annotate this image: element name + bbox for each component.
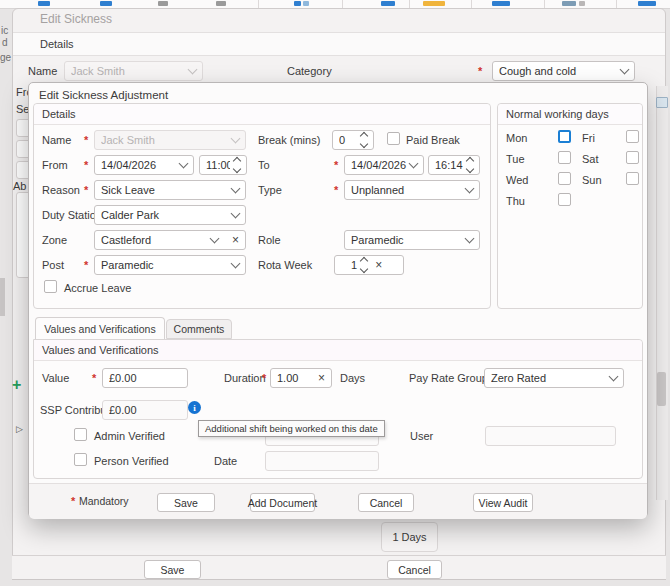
- toolbar-separator: [409, 0, 410, 8]
- pay-rate-group-combo[interactable]: Zero Rated: [484, 368, 624, 388]
- toolbar-icon-fragment[interactable]: [38, 1, 50, 6]
- zone-combo[interactable]: Castleford ×: [94, 230, 246, 250]
- toolbar-icon-fragment[interactable]: [492, 1, 510, 6]
- from-time-spinner[interactable]: 11:00: [199, 155, 247, 175]
- day-checkbox-mon[interactable]: [558, 130, 571, 143]
- working-days-header-text: Normal working days: [506, 108, 609, 120]
- spin-down-icon[interactable]: [233, 165, 241, 173]
- day-label-sun: Sun: [582, 174, 602, 187]
- chevron-down-icon: [231, 134, 241, 144]
- scrollbar-fragment[interactable]: [0, 278, 5, 316]
- clear-icon[interactable]: ×: [375, 260, 382, 270]
- to-date-combo[interactable]: 14/04/2026: [344, 155, 424, 175]
- spin-down-icon[interactable]: [360, 265, 368, 273]
- day-checkbox-sun[interactable]: [626, 172, 639, 185]
- chevron-down-icon: [465, 184, 475, 194]
- break-spinner[interactable]: 0: [332, 130, 374, 150]
- ssp-contribution-input[interactable]: £0.00: [102, 400, 188, 420]
- duration-unit-label: Days: [340, 372, 365, 385]
- cut-text-fragment: d: [2, 37, 8, 48]
- value-input[interactable]: £0.00: [102, 368, 188, 388]
- from-time-value: 11:00: [206, 159, 230, 171]
- type-combo[interactable]: Unplanned: [344, 180, 480, 200]
- role-label: Role: [258, 234, 281, 247]
- save-button[interactable]: Save: [144, 560, 201, 579]
- duration-value: 1.00: [277, 372, 310, 384]
- duration-input[interactable]: 1.00 ×: [270, 368, 332, 388]
- toolbar-icon-fragment[interactable]: [216, 1, 226, 6]
- chevron-down-icon: [231, 184, 241, 194]
- to-time-spinner[interactable]: 16:14: [428, 155, 480, 175]
- toolbar-icon-fragment[interactable]: [423, 1, 445, 6]
- clear-icon[interactable]: ×: [318, 373, 325, 383]
- duty-station-combo[interactable]: Calder Park: [94, 205, 246, 225]
- accrue-leave-label: Accrue Leave: [64, 282, 131, 295]
- outer-category-combo[interactable]: Cough and cold: [492, 61, 635, 81]
- add-document-button[interactable]: Add Document: [250, 493, 315, 512]
- rota-week-spinner[interactable]: 1 ×: [334, 255, 404, 275]
- post-combo[interactable]: Paramedic: [94, 255, 246, 275]
- role-combo[interactable]: Paramedic: [344, 230, 480, 250]
- outer-category-value: Cough and cold: [499, 65, 621, 77]
- info-icon[interactable]: i: [188, 401, 201, 414]
- accrue-leave-checkbox[interactable]: [44, 280, 57, 293]
- day-checkbox-sat[interactable]: [626, 151, 639, 164]
- dialog-cancel-button[interactable]: Cancel: [358, 493, 414, 512]
- reason-combo[interactable]: Sick Leave: [94, 180, 246, 200]
- toolbar-icon-fragment[interactable]: [158, 1, 168, 6]
- toolbar-separator: [616, 0, 617, 8]
- day-label-sat: Sat: [582, 153, 599, 166]
- toolbar-icon-fragment[interactable]: [381, 1, 395, 6]
- chevron-down-icon: [188, 65, 198, 75]
- chevron-down-icon: [179, 159, 189, 169]
- tab-values-and-verifications[interactable]: Values and Verifications: [35, 317, 165, 339]
- details-header-text: Details: [42, 108, 76, 120]
- day-checkbox-wed[interactable]: [558, 172, 571, 185]
- toolbar-icon-fragment[interactable]: [100, 1, 112, 6]
- value-amount: £0.00: [109, 372, 181, 384]
- zone-value: Castleford: [101, 234, 211, 246]
- clear-icon[interactable]: ×: [232, 235, 239, 245]
- outer-name-combo: Jack Smith: [64, 61, 203, 81]
- paid-break-checkbox[interactable]: [387, 132, 400, 145]
- day-checkbox-tue[interactable]: [558, 151, 571, 164]
- admin-verified-checkbox[interactable]: [74, 428, 87, 441]
- name-label: Name: [42, 134, 71, 147]
- view-audit-button[interactable]: View Audit: [473, 493, 533, 512]
- working-days-panel: Normal working days Mon Fri Tue Sat Wed …: [497, 103, 643, 309]
- duty-station-value: Calder Park: [101, 209, 232, 221]
- day-checkbox-thu[interactable]: [558, 193, 571, 206]
- required-marker: *: [92, 372, 96, 384]
- toolbar-icon-fragment[interactable]: [562, 1, 576, 6]
- toolbar-icon-fragment[interactable]: [303, 1, 309, 6]
- toolbar-icon-fragment[interactable]: [638, 1, 656, 6]
- toolbar-separator: [342, 0, 343, 8]
- spin-down-icon[interactable]: [360, 140, 368, 148]
- day-checkbox-fri[interactable]: [626, 130, 639, 143]
- tab-label: Comments: [174, 323, 225, 335]
- duty-station-label: Duty Station: [42, 209, 102, 222]
- dialog-save-button[interactable]: Save: [157, 493, 215, 512]
- days-summary-value: 1 Days: [392, 531, 426, 543]
- toolbar-icon-fragment[interactable]: [579, 1, 585, 6]
- add-icon[interactable]: +: [12, 378, 21, 392]
- spin-down-icon[interactable]: [466, 165, 474, 173]
- pay-rate-group-value: Zero Rated: [491, 372, 610, 384]
- person-verified-checkbox[interactable]: [74, 453, 87, 466]
- scrollbar-thumb-fragment[interactable]: [657, 372, 666, 406]
- outer-footer-band: [12, 556, 666, 580]
- rota-week-value: 1: [351, 259, 357, 271]
- required-marker: *: [84, 159, 88, 171]
- admin-verified-label: Admin Verified: [94, 430, 165, 443]
- chevron-down-icon: [210, 234, 220, 244]
- expander-icon[interactable]: ▷: [16, 424, 23, 434]
- tab-comments[interactable]: Comments: [166, 319, 232, 339]
- user-input: [485, 426, 616, 446]
- toolbar-separator: [258, 0, 259, 8]
- cancel-button[interactable]: Cancel: [387, 560, 442, 579]
- toolbar-icon-fragment[interactable]: [294, 1, 301, 6]
- from-date-combo[interactable]: 14/04/2026: [94, 155, 194, 175]
- values-panel: Values and Verifications Value * £0.00 D…: [33, 339, 643, 479]
- break-label: Break (mins): [258, 134, 320, 147]
- toolbar-separator: [544, 0, 545, 8]
